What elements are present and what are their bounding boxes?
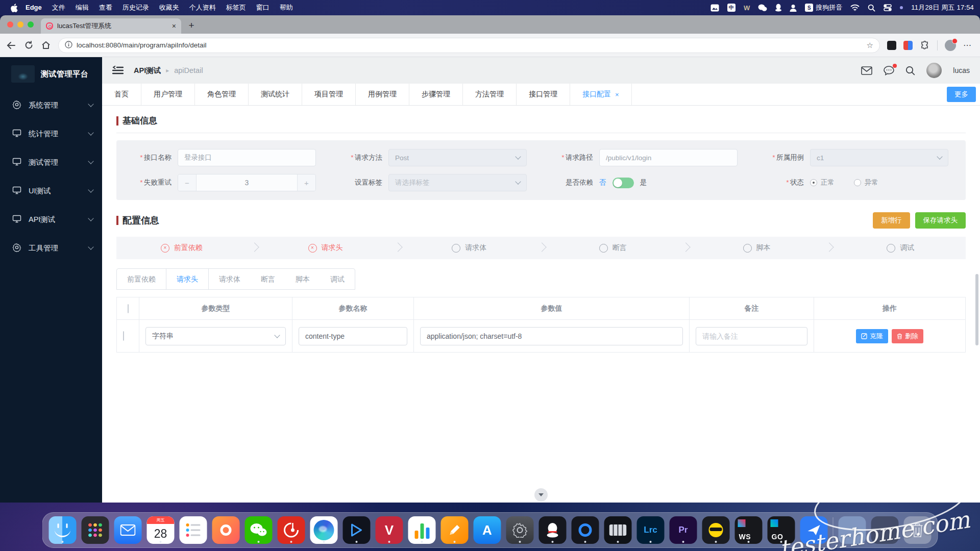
- tag-select[interactable]: 请选择标签: [388, 174, 527, 191]
- sidebar-item-tools-management[interactable]: 工具管理: [0, 234, 102, 262]
- back-button[interactable]: [6, 40, 16, 51]
- retry-value[interactable]: 3: [197, 174, 297, 191]
- case-select[interactable]: c1: [810, 149, 948, 166]
- dock-orange-app-icon[interactable]: [212, 516, 240, 544]
- param-name-input[interactable]: [299, 327, 407, 345]
- dock-mail-icon[interactable]: [114, 516, 142, 544]
- sidebar-item-api-test[interactable]: API测试: [0, 205, 102, 234]
- dock-webstorm-icon[interactable]: WS: [735, 516, 763, 544]
- dock-chart-app-icon[interactable]: [408, 516, 436, 544]
- config-tab-pre-dependency[interactable]: 前置依赖: [117, 269, 166, 289]
- radio-error[interactable]: 异常: [854, 178, 878, 187]
- tab-method-management[interactable]: 方法管理: [463, 84, 517, 105]
- dock-premiere-icon[interactable]: Pr: [670, 516, 697, 544]
- minimize-window-button[interactable]: [17, 21, 23, 28]
- dock-netease-music-icon[interactable]: [278, 516, 305, 544]
- remark-input[interactable]: [696, 327, 807, 345]
- config-tab-assertion[interactable]: 断言: [251, 269, 285, 289]
- page-scrollbar[interactable]: [975, 274, 978, 345]
- close-icon[interactable]: ×: [615, 91, 619, 98]
- step-pre-dependency[interactable]: ×前置依赖: [116, 243, 247, 253]
- dock-qq-icon[interactable]: [539, 516, 567, 544]
- browser-profile-avatar[interactable]: [945, 40, 956, 51]
- dock-wechat-icon[interactable]: [245, 516, 273, 544]
- screenshot-status-icon[interactable]: [710, 4, 719, 12]
- dock-red-v-app-icon[interactable]: V: [376, 516, 403, 544]
- param-type-select[interactable]: 字符串: [145, 327, 286, 345]
- new-tab-button[interactable]: +: [184, 18, 199, 33]
- spotlight-search-icon[interactable]: [868, 4, 875, 12]
- url-text[interactable]: localhost:8080/main/program/apiInfo/deta…: [77, 41, 863, 49]
- close-window-button[interactable]: [7, 21, 13, 28]
- config-tab-request-header[interactable]: 请求头: [166, 269, 209, 289]
- dock-trash-icon[interactable]: [904, 516, 932, 544]
- tab-interface-management[interactable]: 接口管理: [517, 84, 570, 105]
- sidebar-item-statistics-management[interactable]: 统计管理: [0, 119, 102, 148]
- dock-lightroom-icon[interactable]: Lrc: [637, 516, 665, 544]
- wechat-status-icon[interactable]: [758, 4, 767, 12]
- refresh-button[interactable]: [23, 40, 34, 51]
- dock-mask-app-icon[interactable]: [702, 516, 730, 544]
- stepper-plus-button[interactable]: +: [297, 174, 315, 191]
- extensions-puzzle-icon[interactable]: [920, 40, 930, 51]
- favorite-star-icon[interactable]: ☆: [867, 41, 873, 50]
- save-headers-button[interactable]: 保存请求头: [915, 212, 966, 229]
- site-info-icon[interactable]: [65, 41, 72, 50]
- dock-finder-icon[interactable]: [49, 516, 77, 544]
- clone-button[interactable]: 克隆: [856, 329, 888, 343]
- dock-settings-icon[interactable]: [506, 516, 534, 544]
- dock-minimized-window-icon[interactable]: [839, 516, 866, 544]
- menu-history[interactable]: 历史记录: [117, 0, 154, 15]
- wifi-icon[interactable]: [850, 4, 860, 11]
- tab-case-management[interactable]: 用例管理: [356, 84, 409, 105]
- dock-blue-ring-app-icon[interactable]: [572, 516, 599, 544]
- step-request-header[interactable]: ×请求头: [260, 243, 391, 253]
- menubar-app-name[interactable]: Edge: [20, 0, 47, 15]
- dock-minimized-window-icon[interactable]: [871, 516, 899, 544]
- dock-blue-bird-app-icon[interactable]: [800, 516, 828, 544]
- delete-button[interactable]: 删除: [892, 329, 923, 343]
- config-tab-debug[interactable]: 调试: [320, 269, 355, 289]
- tab-step-management[interactable]: 步骤管理: [409, 84, 463, 105]
- dock-keyboard-app-icon[interactable]: [604, 516, 632, 544]
- more-button[interactable]: 更多: [947, 87, 976, 102]
- menubar-datetime[interactable]: 11月28日 周五 17:54: [911, 3, 974, 12]
- sidebar-fold-icon[interactable]: [112, 66, 124, 75]
- menu-view[interactable]: 查看: [94, 0, 117, 15]
- username[interactable]: lucas: [953, 66, 970, 74]
- collapse-handle[interactable]: [534, 488, 548, 502]
- browser-menu-icon[interactable]: ⋯: [963, 40, 972, 50]
- tab-project-management[interactable]: 项目管理: [302, 84, 356, 105]
- config-tab-request-body[interactable]: 请求体: [209, 269, 251, 289]
- tab-home[interactable]: 首页: [102, 84, 141, 105]
- mail-icon[interactable]: [861, 66, 872, 75]
- tab-interface-config[interactable]: 接口配置 ×: [570, 84, 632, 105]
- menu-help[interactable]: 帮助: [275, 0, 298, 15]
- qq-status-icon[interactable]: [775, 4, 781, 12]
- menu-tabs[interactable]: 标签页: [221, 0, 251, 15]
- maximize-window-button[interactable]: [28, 21, 34, 28]
- breadcrumb-root[interactable]: API测试: [134, 66, 161, 76]
- stepper-minus-button[interactable]: −: [178, 174, 197, 191]
- config-tab-script[interactable]: 脚本: [285, 269, 320, 289]
- extension-icon-dark[interactable]: [887, 41, 896, 50]
- message-icon[interactable]: [884, 66, 894, 76]
- api-name-field[interactable]: [178, 149, 316, 166]
- sidebar-item-test-management[interactable]: 测试管理: [0, 148, 102, 177]
- step-debug[interactable]: 调试: [835, 243, 966, 253]
- menu-favorites[interactable]: 收藏夹: [154, 0, 184, 15]
- tab-role-management[interactable]: 角色管理: [195, 84, 249, 105]
- sidebar-item-ui-test[interactable]: UI测试: [0, 177, 102, 205]
- add-row-button[interactable]: 新增行: [873, 212, 910, 229]
- path-field[interactable]: [599, 149, 738, 166]
- menu-edit[interactable]: 编辑: [70, 0, 94, 15]
- tab-user-management[interactable]: 用户管理: [141, 84, 195, 105]
- method-select[interactable]: Post: [388, 149, 527, 166]
- sidebar-item-system-management[interactable]: 系统管理: [0, 91, 102, 119]
- address-bar[interactable]: localhost:8080/main/program/apiInfo/deta…: [58, 38, 880, 53]
- dock-goland-icon[interactable]: GO: [768, 516, 795, 544]
- user-status-icon[interactable]: [790, 4, 797, 12]
- user-avatar[interactable]: [926, 63, 942, 78]
- ime-sougou[interactable]: S 搜狗拼音: [805, 3, 842, 12]
- tab-test-statistics[interactable]: 测试统计: [249, 84, 302, 105]
